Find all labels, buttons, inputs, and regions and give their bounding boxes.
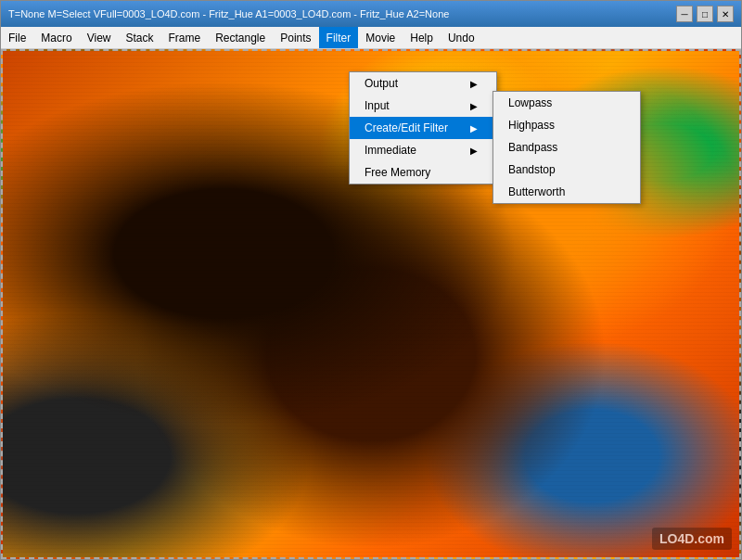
- close-button[interactable]: ✕: [717, 6, 734, 22]
- title-bar: T=None M=Select VFull=0003_LO4D.com - Fr…: [1, 1, 741, 27]
- menu-macro[interactable]: Macro: [33, 27, 79, 48]
- filter-immediate[interactable]: Immediate ▶: [350, 139, 496, 161]
- submenu-arrow: ▶: [470, 79, 478, 89]
- minimize-button[interactable]: ─: [676, 6, 693, 22]
- menu-rectangle[interactable]: Rectangle: [208, 27, 273, 48]
- filter-bandstop[interactable]: Bandstop: [493, 159, 640, 181]
- menu-bar: File Macro View Stack Frame Rectangle Po…: [1, 27, 741, 49]
- submenu-arrow: ▶: [470, 123, 478, 134]
- main-window: T=None M=Select VFull=0003_LO4D.com - Fr…: [0, 0, 742, 560]
- image-area: Output ▶ Input ▶ Create/Edit Filter ▶ Im…: [1, 49, 741, 559]
- filter-bandpass[interactable]: Bandpass: [493, 136, 640, 159]
- filter-lowpass[interactable]: Lowpass: [493, 92, 640, 114]
- maximize-button[interactable]: □: [697, 6, 713, 22]
- menu-stack[interactable]: Stack: [118, 27, 160, 48]
- filter-output[interactable]: Output ▶: [350, 72, 496, 95]
- title-bar-text: T=None M=Select VFull=0003_LO4D.com - Fr…: [8, 8, 449, 19]
- filter-highpass[interactable]: Highpass: [493, 114, 640, 136]
- menu-help[interactable]: Help: [403, 27, 441, 48]
- menu-points[interactable]: Points: [273, 27, 318, 48]
- menu-filter[interactable]: Filter: [319, 27, 359, 48]
- submenu-arrow: ▶: [470, 101, 478, 111]
- filter-input[interactable]: Input ▶: [350, 95, 496, 117]
- menu-file[interactable]: File: [1, 27, 33, 48]
- menu-movie[interactable]: Movie: [358, 27, 403, 48]
- submenu-arrow: ▶: [470, 146, 478, 156]
- filter-butterworth[interactable]: Butterworth: [493, 181, 640, 203]
- create-edit-submenu: Lowpass Highpass Bandpass Bandstop Butte…: [493, 91, 641, 204]
- menu-view[interactable]: View: [80, 27, 119, 48]
- watermark-text: LO4D.com: [652, 528, 732, 550]
- menu-frame[interactable]: Frame: [161, 27, 209, 48]
- filter-free-memory[interactable]: Free Memory: [350, 161, 496, 184]
- watermark: LO4D.com: [652, 528, 732, 550]
- title-bar-controls: ─ □ ✕: [676, 6, 734, 22]
- filter-create-edit[interactable]: Create/Edit Filter ▶: [350, 117, 496, 139]
- filter-dropdown: Output ▶ Input ▶ Create/Edit Filter ▶ Im…: [349, 71, 497, 185]
- menu-undo[interactable]: Undo: [441, 27, 482, 48]
